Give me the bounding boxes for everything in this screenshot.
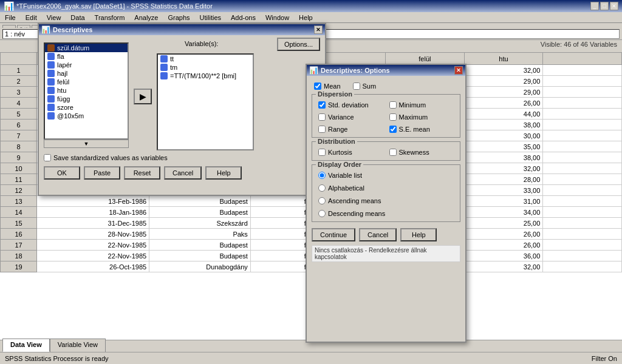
- kurtosis-label: Kurtosis: [328, 149, 352, 156]
- mean-label: Mean: [324, 83, 341, 90]
- close-btn[interactable]: ✕: [610, 2, 618, 10]
- options-close-btn[interactable]: ✕: [454, 66, 463, 75]
- menu-file[interactable]: File: [2, 13, 18, 22]
- menu-addons[interactable]: Add-ons: [228, 13, 258, 22]
- options-title-bar[interactable]: 📊 Descriptives: Options ✕: [307, 65, 465, 76]
- reset-button[interactable]: Reset: [124, 166, 160, 180]
- dispersion-label: Dispersion: [316, 90, 354, 98]
- source-var-5: htu: [57, 87, 66, 94]
- source-var-item[interactable]: hajl: [45, 69, 128, 78]
- var-icon-num: [160, 72, 168, 79]
- source-var-item[interactable]: szül.dátum: [45, 44, 128, 52]
- menu-window[interactable]: Window: [263, 13, 292, 22]
- source-var-item[interactable]: lapér: [45, 61, 128, 69]
- se-mean-row: S.E. mean: [389, 126, 457, 133]
- descending-means-label: Descending means: [328, 210, 385, 217]
- mean-checkbox[interactable]: [314, 83, 321, 90]
- source-var-item[interactable]: fla: [45, 52, 128, 61]
- var-icon-num: [47, 61, 55, 69]
- alphabetical-radio[interactable]: [318, 184, 326, 192]
- options-help-button[interactable]: Help: [400, 228, 437, 241]
- col-header-felul[interactable]: felül: [386, 53, 465, 65]
- col-header-type[interactable]: [318, 53, 385, 65]
- ok-button[interactable]: OK: [44, 166, 80, 180]
- maximum-label: Maximum: [399, 113, 428, 121]
- source-var-item[interactable]: htu: [45, 86, 128, 95]
- options-footer-buttons: Continue Cancel Help: [312, 228, 460, 241]
- source-var-item[interactable]: felül: [45, 78, 128, 86]
- menu-utilities[interactable]: Utilities: [197, 13, 224, 22]
- variance-checkbox[interactable]: [318, 113, 326, 121]
- menu-bar: File Edit View Data Transform Analyze Gr…: [0, 12, 622, 23]
- std-dev-row: Std. deviation: [318, 101, 386, 109]
- tab-data-view[interactable]: Data View: [2, 339, 50, 352]
- dispersion-group: Dispersion Std. deviation Minimum Varian…: [312, 94, 460, 138]
- save-standardized-checkbox[interactable]: [44, 154, 51, 161]
- menu-transform[interactable]: Transform: [92, 13, 128, 22]
- source-variable-list[interactable]: szül.dátum fla lapér hajl: [44, 42, 129, 140]
- maximum-checkbox[interactable]: [389, 113, 397, 121]
- paste-button[interactable]: Paste: [84, 166, 120, 180]
- skewness-label: Skewness: [399, 149, 429, 156]
- menu-graphs[interactable]: Graphs: [165, 13, 192, 22]
- move-arrow-btn[interactable]: ▶: [134, 89, 152, 104]
- dialog-actions: OK Paste Reset Cancel Help: [44, 166, 320, 180]
- source-var-item[interactable]: függ: [45, 95, 128, 103]
- cell-reference[interactable]: [2, 29, 39, 39]
- menu-analyze[interactable]: Analyze: [132, 13, 160, 22]
- source-var-1: fla: [57, 53, 64, 60]
- options-cancel-button[interactable]: Cancel: [359, 228, 397, 241]
- kurtosis-checkbox[interactable]: [318, 149, 326, 156]
- target-var-item[interactable]: tt: [158, 55, 253, 63]
- descriptives-title: Descriptives: [53, 26, 92, 33]
- target-variable-list[interactable]: tt tm =TT/(TM/100)**2 [bmi]: [157, 53, 254, 150]
- se-mean-label: S.E. mean: [399, 126, 430, 133]
- display-order-group: Display Order Variable list Alphabetical…: [312, 164, 460, 222]
- distribution-group: Distribution Kurtosis Skewness: [312, 141, 460, 161]
- target-var-item[interactable]: tm: [158, 63, 253, 72]
- std-dev-checkbox[interactable]: [318, 101, 326, 109]
- sum-label: Sum: [363, 83, 377, 90]
- app-title: *TFunisex2006_gyak.sav [DataSet1] - SPSS…: [16, 2, 213, 10]
- source-var-item[interactable]: @10x5m: [45, 112, 128, 120]
- ascending-means-label: Ascending means: [328, 197, 381, 204]
- sum-checkbox[interactable]: [353, 83, 360, 90]
- target-var-item[interactable]: =TT/(TM/100)**2 [bmi]: [158, 72, 253, 80]
- var-icon-num: [160, 55, 168, 62]
- var-icon-num: [160, 64, 168, 71]
- descending-means-radio[interactable]: [318, 210, 326, 217]
- options-title: Descriptives: Options: [321, 67, 390, 74]
- source-var-item[interactable]: szore: [45, 103, 128, 112]
- cancel-button[interactable]: Cancel: [164, 166, 202, 180]
- range-row: Range: [318, 126, 386, 133]
- descriptives-close-btn[interactable]: ✕: [314, 25, 323, 34]
- ascending-means-radio[interactable]: [318, 197, 326, 204]
- minimum-checkbox[interactable]: [389, 101, 397, 109]
- minimize-btn[interactable]: _: [590, 2, 599, 10]
- std-dev-label: Std. deviation: [328, 101, 369, 109]
- menu-help[interactable]: Help: [296, 13, 315, 22]
- help-button[interactable]: Help: [205, 166, 242, 180]
- skewness-checkbox[interactable]: [389, 149, 397, 156]
- distribution-label: Distribution: [316, 138, 357, 145]
- menu-edit[interactable]: Edit: [23, 13, 39, 22]
- col-header-rownum[interactable]: [1, 53, 37, 65]
- options-button[interactable]: Options...: [277, 38, 320, 51]
- minimum-label: Minimum: [399, 101, 426, 109]
- alphabetical-label: Alphabetical: [328, 184, 364, 192]
- source-var-6: függ: [57, 95, 70, 103]
- menu-view[interactable]: View: [44, 13, 64, 22]
- range-checkbox[interactable]: [318, 126, 326, 133]
- col-header-htu[interactable]: htu: [464, 53, 543, 65]
- se-mean-checkbox[interactable]: [389, 126, 397, 133]
- variable-list-radio[interactable]: [318, 172, 326, 179]
- variable-list-label: Variable list: [328, 172, 362, 179]
- tab-variable-view[interactable]: Variable View: [50, 339, 106, 352]
- menu-data[interactable]: Data: [68, 13, 87, 22]
- main-title-bar: 📊 *TFunisex2006_gyak.sav [DataSet1] - SP…: [0, 0, 622, 12]
- descriptives-title-bar[interactable]: 📊 Descriptives ✕: [39, 24, 325, 35]
- continue-button[interactable]: Continue: [312, 228, 355, 241]
- col-header-extra1[interactable]: [543, 53, 622, 65]
- maximize-btn[interactable]: □: [600, 2, 609, 10]
- kurtosis-row: Kurtosis: [318, 149, 386, 156]
